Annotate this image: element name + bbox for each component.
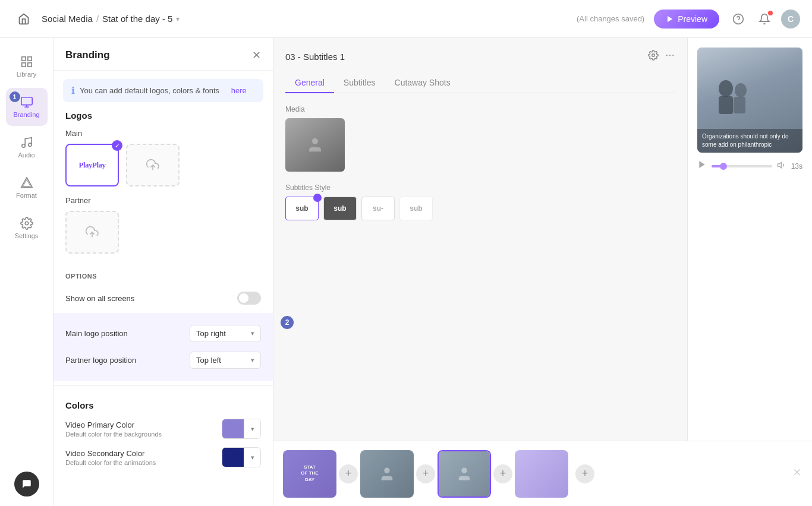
breadcrumb-project: Social Media	[42, 14, 93, 24]
filmstrip-add-3[interactable]: +	[493, 464, 512, 483]
main-logo-subtitle: Main	[65, 129, 261, 138]
partner-logo-position-dropdown[interactable]: Top left ▾	[190, 352, 261, 369]
media-thumbnail[interactable]	[285, 118, 345, 172]
secondary-color-picker[interactable]: ▾	[222, 447, 261, 467]
user-avatar[interactable]: C	[781, 10, 800, 29]
sidebar: Library 1 Branding Audio	[0, 38, 53, 506]
top-nav: Social Media / Stat of the day - 5 ▾ (Al…	[0, 0, 812, 38]
help-button[interactable]	[729, 10, 748, 29]
sidebar-item-branding[interactable]: 1 Branding	[6, 88, 48, 126]
svg-rect-4	[27, 57, 31, 61]
scene-more-button[interactable]	[665, 50, 675, 64]
main-logo-position-dropdown[interactable]: Top right ▾	[190, 325, 261, 342]
secondary-color-label-main: Video Secondary Color	[65, 449, 156, 458]
subtitle-style-4[interactable]: sub	[399, 197, 433, 220]
media-section: Media	[285, 105, 675, 172]
svg-point-14	[25, 222, 29, 225]
playplay-logo-text: PlayPlay	[78, 160, 105, 170]
partner-upload-box[interactable]	[65, 211, 119, 254]
partner-logo-position-value: Top left	[196, 356, 221, 365]
subtitle-style-1[interactable]: sub	[285, 197, 319, 220]
subtitle-style-2[interactable]: sub	[323, 197, 357, 220]
home-button[interactable]	[12, 7, 36, 31]
sidebar-item-library[interactable]: Library	[6, 48, 48, 86]
svg-point-10	[21, 144, 25, 148]
panel-header: Branding ✕	[53, 38, 273, 71]
svg-rect-25	[734, 97, 745, 113]
main-content: 03 - Subtitles 1 General Subtitles Cutaw…	[273, 38, 812, 506]
sidebar-item-format[interactable]: Format	[6, 169, 48, 207]
preview-button[interactable]: Preview	[654, 10, 719, 29]
secondary-color-swatch	[222, 448, 244, 467]
sidebar-item-format-label: Format	[16, 192, 37, 199]
right-preview: Organizations should not only do some ad…	[687, 38, 812, 441]
info-banner: ℹ You can add default logos, colors & fo…	[63, 79, 263, 102]
filmstrip-add-1[interactable]: +	[339, 464, 358, 483]
save-status: (All changes saved)	[577, 14, 644, 23]
upload-logo-box[interactable]	[126, 144, 180, 186]
svg-rect-7	[21, 97, 32, 105]
volume-button[interactable]	[777, 160, 786, 172]
breadcrumb: Social Media / Stat of the day - 5 ▾	[42, 14, 180, 24]
branding-panel: Branding ✕ ℹ You can add default logos, …	[53, 38, 273, 506]
partner-logo-grid	[65, 211, 261, 254]
editor-area: 03 - Subtitles 1 General Subtitles Cutaw…	[273, 38, 812, 441]
svg-point-21	[312, 138, 318, 144]
filmstrip-thumb-2[interactable]	[360, 450, 414, 498]
svg-marker-26	[699, 161, 704, 168]
primary-color-picker[interactable]: ▾	[222, 419, 261, 439]
filmstrip-thumb-3[interactable]	[438, 450, 491, 498]
info-link[interactable]: here	[231, 86, 247, 95]
filmstrip-add-2[interactable]: +	[416, 464, 435, 483]
primary-color-label-main: Video Primary Color	[65, 420, 162, 429]
filmstrip: STATOF THEDAY + + +	[273, 441, 812, 506]
main-layout: Library 1 Branding Audio	[0, 38, 812, 506]
progress-bar[interactable]	[712, 165, 772, 167]
filmstrip-thumb-4[interactable]	[515, 450, 568, 498]
scene-actions	[648, 50, 675, 64]
primary-color-chevron[interactable]: ▾	[244, 419, 260, 438]
chat-support[interactable]	[14, 472, 39, 496]
panel-close-button[interactable]: ✕	[252, 49, 261, 62]
svg-point-22	[719, 80, 733, 97]
subtitle-style-3[interactable]: su-	[361, 197, 395, 220]
play-button[interactable]	[697, 160, 707, 172]
filmstrip-delete-icon[interactable]	[792, 467, 802, 480]
sidebar-item-audio[interactable]: Audio	[6, 128, 48, 166]
show-all-screens-row: Show on all screens	[65, 286, 261, 311]
breadcrumb-scene: Stat of the day - 5	[102, 14, 172, 24]
sidebar-item-library-label: Library	[17, 71, 37, 78]
show-all-screens-toggle[interactable]	[237, 292, 261, 305]
primary-color-row: Video Primary Color Default color for th…	[65, 419, 261, 439]
tab-cutaway[interactable]: Cutaway Shots	[385, 73, 460, 93]
secondary-color-label-sub: Default color for the animations	[65, 459, 156, 466]
notifications-button[interactable]	[755, 10, 774, 29]
info-icon: ℹ	[71, 85, 75, 96]
filmstrip-thumb-1[interactable]: STATOF THEDAY	[283, 450, 336, 498]
notification-badge	[768, 11, 773, 15]
tab-subtitles[interactable]: Subtitles	[334, 73, 385, 93]
filmstrip-add-4[interactable]: +	[575, 464, 594, 483]
sidebar-item-settings[interactable]: Settings	[6, 209, 48, 247]
svg-point-29	[461, 467, 467, 473]
svg-point-11	[28, 143, 32, 147]
sidebar-item-audio-label: Audio	[18, 151, 34, 159]
partner-logo-dropdown-chevron: ▾	[251, 356, 254, 364]
filmstrip-end	[792, 467, 802, 480]
main-logo-box[interactable]: ✓ PlayPlay	[65, 144, 119, 186]
scene-tabs: General Subtitles Cutaway Shots	[285, 73, 675, 93]
breadcrumb-chevron[interactable]: ▾	[176, 15, 180, 23]
tab-general[interactable]: General	[285, 73, 334, 93]
preview-video-thumbnail: Organizations should not only do some ad…	[697, 48, 802, 153]
colors-section: Colors Video Primary Color Default color…	[53, 391, 273, 485]
primary-color-label: Video Primary Color Default color for th…	[65, 420, 162, 438]
preview-controls: 13s	[697, 160, 802, 172]
breadcrumb-separator: /	[96, 14, 99, 24]
scene-settings-button[interactable]	[648, 50, 659, 64]
selected-dot	[313, 194, 322, 202]
svg-rect-3	[21, 57, 25, 61]
svg-point-17	[652, 54, 655, 57]
svg-rect-5	[27, 63, 31, 67]
svg-point-18	[666, 55, 668, 56]
secondary-color-chevron[interactable]: ▾	[244, 448, 260, 467]
